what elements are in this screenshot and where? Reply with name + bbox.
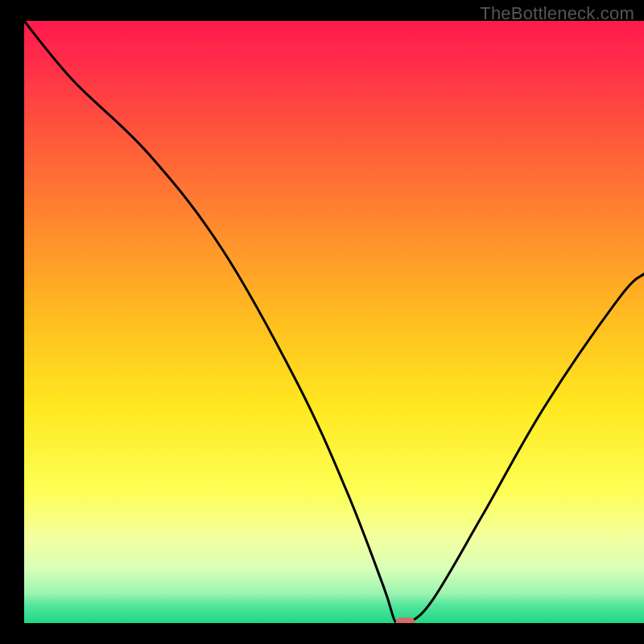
bottleneck-chart [0, 0, 644, 644]
y-axis [0, 0, 24, 644]
plot-gradient [24, 21, 644, 623]
watermark-label: TheBottleneck.com [480, 3, 634, 24]
x-axis [0, 623, 644, 644]
chart-container: TheBottleneck.com [0, 0, 644, 644]
